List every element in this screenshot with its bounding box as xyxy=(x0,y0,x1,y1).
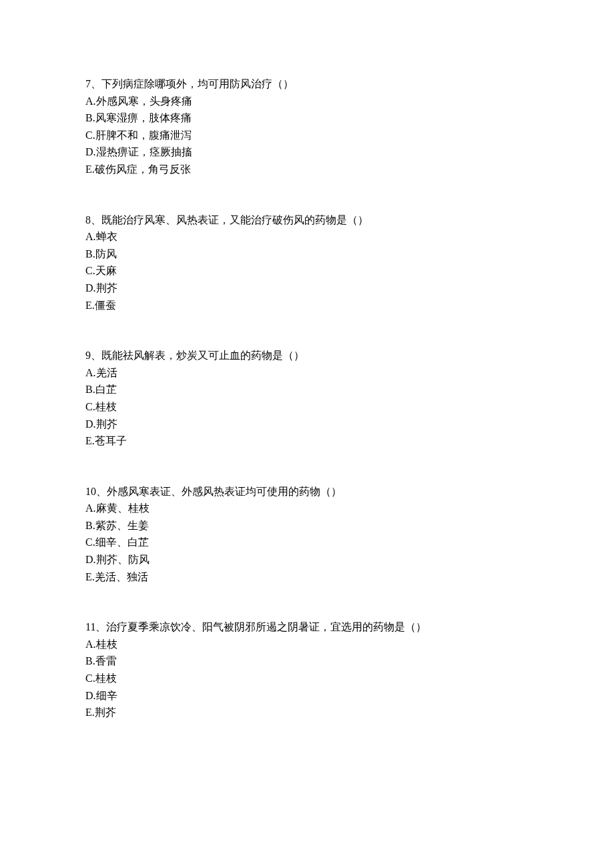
option-a: A.蝉衣 xyxy=(85,228,614,246)
question-stem: 治疗夏季乘凉饮冷、阳气被阴邪所遏之阴暑证，宜选用的药物是（） xyxy=(106,621,426,632)
question-number: 7 xyxy=(85,78,91,89)
option-c: C.肝脾不和，腹痛泄泻 xyxy=(85,127,614,144)
question-block-11: 11、治疗夏季乘凉饮冷、阳气被阴邪所遏之阴暑证，宜选用的药物是（） A.桂枝 B… xyxy=(85,618,614,721)
document-content: 7、下列病症除哪项外，均可用防风治疗（） A.外感风寒，头身疼痛 B.风寒湿痹，… xyxy=(85,75,614,721)
question-stem: 外感风寒表证、外感风热表证均可使用的药物（） xyxy=(107,486,342,497)
question-text: 8、既能治疗风寒、风热表证，又能治疗破伤风的药物是（） xyxy=(85,211,614,229)
question-number: 8 xyxy=(85,214,91,226)
option-d: D.荆芥 xyxy=(85,280,614,297)
option-b: B.防风 xyxy=(85,246,614,263)
question-text: 10、外感风寒表证、外感风热表证均可使用的药物（） xyxy=(85,483,614,500)
question-number: 11 xyxy=(85,621,95,632)
question-block-7: 7、下列病症除哪项外，均可用防风治疗（） A.外感风寒，头身疼痛 B.风寒湿痹，… xyxy=(85,75,614,178)
option-d: D.细辛 xyxy=(85,687,614,705)
question-stem: 既能祛风解表，炒炭又可止血的药物是（） xyxy=(101,350,304,361)
option-e: E.僵蚕 xyxy=(85,297,614,314)
question-stem: 既能治疗风寒、风热表证，又能治疗破伤风的药物是（） xyxy=(101,214,368,226)
option-e: E.苍耳子 xyxy=(85,432,614,450)
question-block-9: 9、既能祛风解表，炒炭又可止血的药物是（） A.羌活 B.白芷 C.桂枝 D.荆… xyxy=(85,347,614,450)
option-c: C.天麻 xyxy=(85,262,614,280)
option-c: C.桂枝 xyxy=(85,670,614,687)
question-text: 11、治疗夏季乘凉饮冷、阳气被阴邪所遏之阴暑证，宜选用的药物是（） xyxy=(85,618,614,636)
option-c: C.细辛、白芷 xyxy=(85,534,614,551)
option-b: B.香雷 xyxy=(85,653,614,670)
question-number: 9 xyxy=(85,350,91,361)
option-a: A.麻黄、桂枝 xyxy=(85,500,614,517)
option-b: B.紫苏、生姜 xyxy=(85,517,614,534)
option-b: B.白芷 xyxy=(85,381,614,398)
option-b: B.风寒湿痹，肢体疼痛 xyxy=(85,109,614,127)
question-text: 9、既能祛风解表，炒炭又可止血的药物是（） xyxy=(85,347,614,364)
option-a: A.外感风寒，头身疼痛 xyxy=(85,93,614,110)
question-stem: 下列病症除哪项外，均可用防风治疗（） xyxy=(101,78,294,89)
option-d: D.荆芥 xyxy=(85,416,614,433)
option-d: D.湿热痹证，痉厥抽搐 xyxy=(85,143,614,161)
option-e: E.破伤风症，角弓反张 xyxy=(85,161,614,178)
question-block-8: 8、既能治疗风寒、风热表证，又能治疗破伤风的药物是（） A.蝉衣 B.防风 C.… xyxy=(85,211,614,314)
option-e: E.羌活、独活 xyxy=(85,568,614,586)
question-text: 7、下列病症除哪项外，均可用防风治疗（） xyxy=(85,75,614,93)
option-a: A.羌活 xyxy=(85,364,614,382)
option-e: E.荆芥 xyxy=(85,704,614,721)
question-block-10: 10、外感风寒表证、外感风热表证均可使用的药物（） A.麻黄、桂枝 B.紫苏、生… xyxy=(85,483,614,586)
question-number: 10 xyxy=(85,486,96,497)
option-a: A.桂枝 xyxy=(85,636,614,653)
option-d: D.荆芥、防风 xyxy=(85,551,614,568)
option-c: C.桂枝 xyxy=(85,398,614,416)
